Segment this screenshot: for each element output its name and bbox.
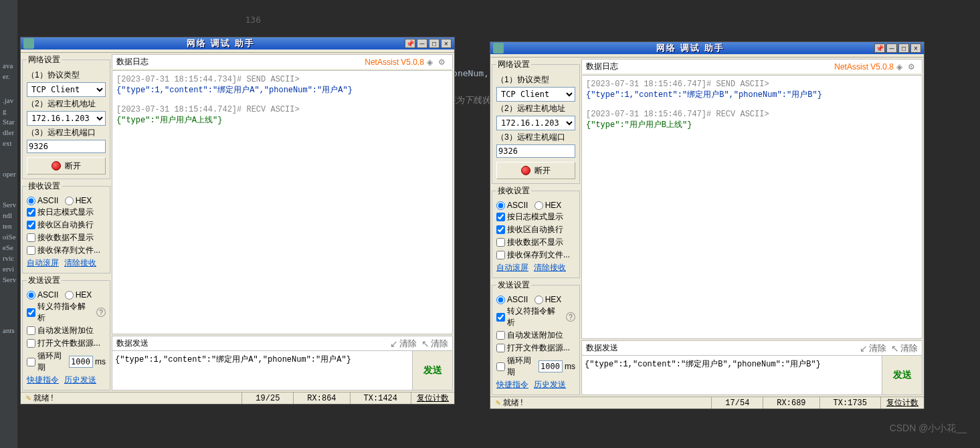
history-link[interactable]: 历史发送 <box>64 374 96 386</box>
autowrap-check[interactable] <box>496 225 505 234</box>
diamond-icon[interactable]: ◈ <box>896 62 902 72</box>
maximize-button[interactable]: □ <box>429 39 439 48</box>
status-tx: TX:1735 <box>819 397 880 409</box>
log-area[interactable]: [2023-07-31 18:15:46.747]# SEND ASCII>{"… <box>581 75 922 339</box>
hex-label: HEX <box>76 196 92 205</box>
app-icon <box>23 38 34 49</box>
openfile-check[interactable] <box>27 339 35 348</box>
net-settings: 网络设置 （1）协议类型 TCP Client （2）远程主机地址 172.16… <box>22 54 110 179</box>
log-header: 数据日志 NetAssist V5.0.8 ◈ ⚙ <box>581 59 922 74</box>
recv-hex-radio[interactable] <box>534 201 543 210</box>
recv-ascii-radio[interactable] <box>27 197 35 205</box>
minimize-button[interactable]: ─ <box>417 39 427 48</box>
send-button[interactable]: 发送 <box>412 351 452 390</box>
minimize-button[interactable]: ─ <box>886 43 897 53</box>
send-settings: 发送设置 ASCII HEX 转义符指令解析? 自动发送附加位 打开文件数据源.… <box>492 279 580 395</box>
status-dot-icon <box>52 161 61 171</box>
close-button[interactable]: × <box>910 43 921 53</box>
send-ascii-radio[interactable] <box>496 296 505 304</box>
quick-link[interactable]: 快捷指令 <box>496 379 528 390</box>
send-ascii-label: ASCII <box>37 290 58 300</box>
tool-icon[interactable]: ⚙ <box>438 58 446 67</box>
autowrap-check[interactable] <box>27 221 35 229</box>
history-link[interactable]: 历史发送 <box>534 379 566 390</box>
reset-counter-button[interactable]: 复位计数 <box>880 397 924 409</box>
escape-check[interactable] <box>496 313 505 322</box>
savefile-label: 接收保存到文件... <box>507 249 570 261</box>
autoappend-label: 自动发送附加位 <box>507 330 563 341</box>
status-ready: 就绪! <box>503 397 524 409</box>
autoappend-check[interactable] <box>496 331 505 340</box>
net-legend: 网络设置 <box>496 59 531 70</box>
savefile-check[interactable] <box>496 251 505 259</box>
savefile-label: 接收保存到文件... <box>37 245 100 256</box>
cycle-input[interactable] <box>69 356 93 368</box>
logmode-check[interactable] <box>496 213 505 221</box>
savefile-check[interactable] <box>27 246 35 255</box>
send-settings: 发送设置 ASCII HEX 转义符指令解析? 自动发送附加位 打开文件数据源.… <box>22 275 110 390</box>
logmode-check[interactable] <box>27 208 35 217</box>
disconnect-button[interactable]: 断开 <box>496 162 575 179</box>
host-label: （2）远程主机地址 <box>496 103 575 114</box>
port-input[interactable] <box>496 144 575 158</box>
noshow-check[interactable] <box>27 233 35 242</box>
clear-up-button[interactable]: ↖清除 <box>891 342 918 354</box>
send-hex-label: HEX <box>545 295 562 304</box>
diamond-icon[interactable]: ◈ <box>427 58 433 67</box>
send-button[interactable]: 发送 <box>882 356 922 395</box>
protocol-select[interactable]: TCP Client <box>496 87 575 102</box>
noshow-check[interactable] <box>496 238 505 247</box>
autoscroll-link[interactable]: 自动滚屏 <box>496 262 528 273</box>
titlebar[interactable]: 网络 调试 助手 📌 ─ □ × <box>490 42 924 54</box>
pin-icon[interactable]: 📌 <box>874 43 885 53</box>
port-input[interactable] <box>27 140 106 153</box>
status-dot-icon <box>521 166 530 175</box>
noshow-label: 接收数据不显示 <box>507 237 563 248</box>
send-hex-radio[interactable] <box>65 291 74 300</box>
quick-link[interactable]: 快捷指令 <box>27 374 59 386</box>
protocol-select[interactable]: TCP Client <box>27 82 106 97</box>
host-label: （2）远程主机地址 <box>27 98 106 110</box>
pin-icon[interactable]: 📌 <box>405 39 415 48</box>
cycle-check[interactable] <box>27 358 35 366</box>
maximize-button[interactable]: □ <box>898 43 909 53</box>
recv-hex-radio[interactable] <box>65 197 74 205</box>
status-rx: RX:864 <box>293 393 349 404</box>
disconnect-button[interactable]: 断开 <box>27 157 106 175</box>
clearrecv-link[interactable]: 清除接收 <box>534 262 566 273</box>
close-button[interactable]: × <box>441 39 452 48</box>
openfile-label: 打开文件数据源... <box>507 342 570 354</box>
help-icon[interactable]: ? <box>566 312 575 322</box>
cycle-input[interactable] <box>538 360 563 372</box>
tool-icon[interactable]: ⚙ <box>908 62 915 72</box>
host-select[interactable]: 172.16.1.203 <box>496 116 575 130</box>
reset-counter-button[interactable]: 复位计数 <box>411 393 454 404</box>
send-ascii-radio[interactable] <box>27 291 35 300</box>
recv-legend: 接收设置 <box>496 185 531 197</box>
clearrecv-link[interactable]: 清除接收 <box>64 257 96 269</box>
clear-up-button[interactable]: ↖清除 <box>421 338 448 350</box>
escape-check[interactable] <box>27 308 35 317</box>
hex-label: HEX <box>545 201 562 210</box>
send-hex-radio[interactable] <box>534 296 543 304</box>
help-icon[interactable]: ? <box>96 308 106 317</box>
autoscroll-link[interactable]: 自动滚屏 <box>27 257 59 269</box>
send-textarea[interactable] <box>112 351 412 390</box>
status-rx: RX:689 <box>763 397 819 409</box>
cycle-label: 循环周期 <box>507 355 536 378</box>
titlebar[interactable]: 网络 调试 助手 📌 ─ □ × <box>21 37 454 49</box>
clear-down-button[interactable]: ↙清除 <box>390 338 417 350</box>
recv-legend: 接收设置 <box>27 181 62 192</box>
version-link[interactable]: NetAssist V5.0.8 <box>365 58 424 67</box>
app-title: 网络 调试 助手 <box>508 42 873 54</box>
host-select[interactable]: 172.16.1.203 <box>27 111 106 126</box>
log-area[interactable]: [2023-07-31 18:15:44.734]# SEND ASCII>{"… <box>112 70 453 334</box>
version-link[interactable]: NetAssist V5.0.8 <box>834 62 894 72</box>
openfile-check[interactable] <box>496 344 505 352</box>
recv-ascii-radio[interactable] <box>496 201 505 210</box>
clear-down-button[interactable]: ↙清除 <box>860 342 886 354</box>
autoappend-check[interactable] <box>27 326 35 335</box>
cycle-check[interactable] <box>496 362 505 371</box>
noshow-label: 接收数据不显示 <box>37 232 94 243</box>
send-textarea[interactable] <box>582 356 882 395</box>
